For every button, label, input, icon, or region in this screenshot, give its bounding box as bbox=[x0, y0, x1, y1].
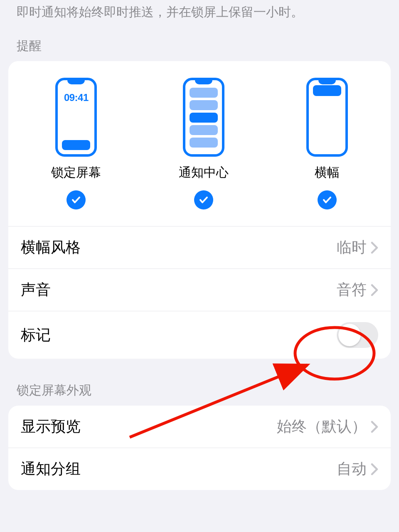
notification-center-label: 通知中心 bbox=[179, 164, 229, 181]
toggle-knob bbox=[338, 324, 361, 346]
banners-label: 横幅 bbox=[315, 164, 340, 181]
badges-toggle[interactable] bbox=[337, 322, 378, 348]
chevron-right-icon bbox=[371, 241, 378, 254]
chevron-right-icon bbox=[371, 421, 378, 433]
instant-delivery-description: 即时通知将始终即时推送，并在锁屏上保留一小时。 bbox=[0, 0, 399, 33]
banner-style-label: 横幅风格 bbox=[21, 237, 81, 258]
banners-icon bbox=[306, 78, 348, 157]
notification-center-checkmark-icon[interactable] bbox=[194, 190, 213, 209]
sounds-row[interactable]: 声音 音符 bbox=[8, 268, 391, 311]
alert-option-banners[interactable]: 横幅 bbox=[306, 78, 348, 209]
sounds-value: 音符 bbox=[337, 280, 367, 300]
alert-style-row: 09:41 锁定屏幕 通知中心 bbox=[8, 61, 391, 226]
appearance-section-header: 锁定屏幕外观 bbox=[0, 359, 399, 406]
badges-label: 标记 bbox=[21, 325, 51, 345]
alert-option-notification-center[interactable]: 通知中心 bbox=[179, 78, 229, 209]
show-previews-label: 显示预览 bbox=[21, 416, 81, 437]
show-previews-value: 始终（默认） bbox=[277, 416, 367, 437]
lock-screen-time: 09:41 bbox=[58, 92, 94, 103]
lock-screen-label: 锁定屏幕 bbox=[51, 164, 101, 181]
alerts-section-header: 提醒 bbox=[0, 33, 399, 61]
chevron-right-icon bbox=[371, 463, 378, 475]
banner-style-value: 临时 bbox=[337, 237, 367, 258]
appearance-card: 显示预览 始终（默认） 通知分组 自动 bbox=[8, 406, 391, 490]
lock-screen-icon: 09:41 bbox=[55, 78, 97, 157]
badges-row: 标记 bbox=[8, 311, 391, 359]
notification-center-icon bbox=[183, 78, 224, 157]
banner-style-row[interactable]: 横幅风格 临时 bbox=[8, 226, 391, 268]
banners-checkmark-icon[interactable] bbox=[318, 190, 337, 209]
show-previews-row[interactable]: 显示预览 始终（默认） bbox=[8, 406, 391, 448]
alert-option-lock-screen[interactable]: 09:41 锁定屏幕 bbox=[51, 78, 101, 209]
lock-screen-checkmark-icon[interactable] bbox=[66, 190, 86, 209]
sounds-label: 声音 bbox=[21, 280, 51, 300]
chevron-right-icon bbox=[371, 284, 378, 296]
notification-grouping-value: 自动 bbox=[337, 459, 367, 479]
notification-grouping-label: 通知分组 bbox=[21, 459, 81, 479]
notification-grouping-row[interactable]: 通知分组 自动 bbox=[8, 448, 391, 490]
alerts-card: 09:41 锁定屏幕 通知中心 bbox=[8, 61, 391, 359]
